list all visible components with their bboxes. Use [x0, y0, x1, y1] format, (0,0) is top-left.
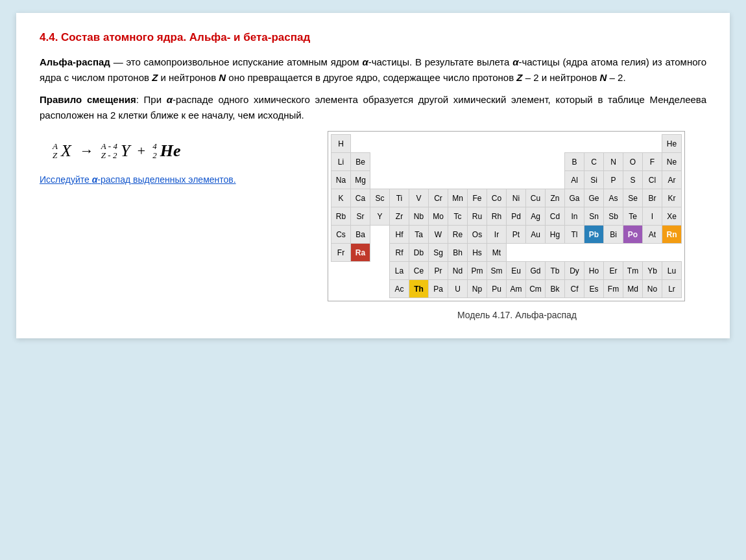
element-cell[interactable] [448, 153, 468, 171]
element-cell[interactable]: La [390, 262, 409, 280]
element-cell[interactable]: Ge [584, 189, 604, 207]
element-cell[interactable]: Er [604, 262, 623, 280]
element-cell[interactable] [487, 171, 507, 189]
element-cell[interactable]: Bk [546, 280, 565, 298]
element-cell[interactable]: Ar [662, 171, 682, 189]
element-cell[interactable] [429, 153, 448, 171]
element-cell[interactable] [370, 171, 390, 189]
element-cell[interactable]: As [604, 189, 623, 207]
element-cell[interactable] [565, 244, 584, 262]
element-cell[interactable]: Ag [526, 207, 546, 226]
element-cell[interactable]: Sr [351, 207, 370, 226]
element-cell[interactable] [546, 171, 565, 189]
element-cell[interactable] [429, 135, 448, 153]
element-cell[interactable] [546, 135, 565, 153]
study-link[interactable]: Исследуйте α-распад выделенных элементов… [40, 174, 236, 185]
element-cell[interactable]: Te [623, 207, 643, 226]
element-cell[interactable]: Ca [351, 189, 370, 207]
element-cell[interactable]: At [643, 226, 662, 244]
element-cell[interactable]: I [643, 207, 662, 226]
element-cell[interactable]: Lu [662, 262, 682, 280]
element-cell[interactable]: Tl [565, 226, 584, 244]
element-cell[interactable]: Zn [546, 189, 565, 207]
element-cell[interactable]: Re [448, 226, 468, 244]
element-cell[interactable] [584, 135, 604, 153]
element-cell[interactable]: Po [623, 226, 643, 244]
element-cell[interactable] [370, 280, 390, 298]
element-cell[interactable]: Pd [507, 207, 526, 226]
element-cell[interactable] [604, 135, 623, 153]
element-cell[interactable]: No [643, 280, 662, 298]
element-cell[interactable] [623, 135, 643, 153]
element-cell[interactable]: Ti [390, 189, 409, 207]
element-cell[interactable]: K [331, 189, 351, 207]
element-cell[interactable]: N [604, 153, 623, 171]
element-cell[interactable]: Sm [487, 262, 507, 280]
element-cell[interactable]: Hf [390, 226, 409, 244]
element-cell[interactable] [507, 135, 526, 153]
element-cell[interactable] [448, 135, 468, 153]
element-cell[interactable] [331, 262, 351, 280]
element-cell[interactable] [507, 244, 526, 262]
element-cell[interactable]: Se [623, 189, 643, 207]
element-cell[interactable]: Lr [662, 280, 682, 298]
element-cell[interactable]: Sb [604, 207, 623, 226]
element-cell[interactable] [370, 153, 390, 171]
element-cell[interactable]: Pt [507, 226, 526, 244]
element-cell[interactable] [370, 244, 390, 262]
element-cell[interactable] [526, 171, 546, 189]
element-cell[interactable]: Eu [507, 262, 526, 280]
element-cell[interactable]: Zr [390, 207, 409, 226]
element-cell[interactable]: Ir [487, 226, 507, 244]
element-cell[interactable] [390, 135, 409, 153]
element-cell[interactable]: Ac [390, 280, 409, 298]
element-cell[interactable]: Mg [351, 171, 370, 189]
element-cell[interactable]: Rn [662, 226, 682, 244]
element-cell[interactable]: Ho [584, 262, 604, 280]
element-cell[interactable]: Sc [370, 189, 390, 207]
element-cell[interactable]: Gd [526, 262, 546, 280]
element-cell[interactable]: Cf [565, 280, 584, 298]
element-cell[interactable]: Na [331, 171, 351, 189]
element-cell[interactable]: Nd [448, 262, 468, 280]
element-cell[interactable]: Kr [662, 189, 682, 207]
element-cell[interactable]: Be [351, 153, 370, 171]
element-cell[interactable]: Tb [546, 262, 565, 280]
element-cell[interactable]: Ra [351, 244, 370, 262]
element-cell[interactable]: Am [507, 280, 526, 298]
element-cell[interactable]: B [565, 153, 584, 171]
element-cell[interactable] [468, 153, 487, 171]
element-cell[interactable] [643, 244, 662, 262]
element-cell[interactable]: Sn [584, 207, 604, 226]
element-cell[interactable]: O [623, 153, 643, 171]
element-cell[interactable]: Li [331, 153, 351, 171]
element-cell[interactable]: Os [468, 226, 487, 244]
element-cell[interactable]: Fm [604, 280, 623, 298]
element-cell[interactable] [623, 244, 643, 262]
element-cell[interactable] [584, 244, 604, 262]
element-cell[interactable] [448, 171, 468, 189]
element-cell[interactable]: Br [643, 189, 662, 207]
element-cell[interactable] [526, 153, 546, 171]
element-cell[interactable]: Np [468, 280, 487, 298]
element-cell[interactable]: Ne [662, 153, 682, 171]
element-cell[interactable]: Y [370, 207, 390, 226]
element-cell[interactable]: Fr [331, 244, 351, 262]
element-cell[interactable]: Bh [448, 244, 468, 262]
element-cell[interactable] [468, 135, 487, 153]
element-cell[interactable] [507, 153, 526, 171]
element-cell[interactable] [526, 135, 546, 153]
element-cell[interactable]: Ru [468, 207, 487, 226]
element-cell[interactable]: Nb [409, 207, 429, 226]
element-cell[interactable]: Rb [331, 207, 351, 226]
element-cell[interactable] [351, 262, 370, 280]
element-cell[interactable]: Yb [643, 262, 662, 280]
element-cell[interactable]: Ba [351, 226, 370, 244]
element-cell[interactable] [604, 244, 623, 262]
element-cell[interactable] [409, 153, 429, 171]
element-cell[interactable]: Mo [429, 207, 448, 226]
element-cell[interactable] [370, 262, 390, 280]
element-cell[interactable]: C [584, 153, 604, 171]
element-cell[interactable] [526, 244, 546, 262]
element-cell[interactable]: Ni [507, 189, 526, 207]
